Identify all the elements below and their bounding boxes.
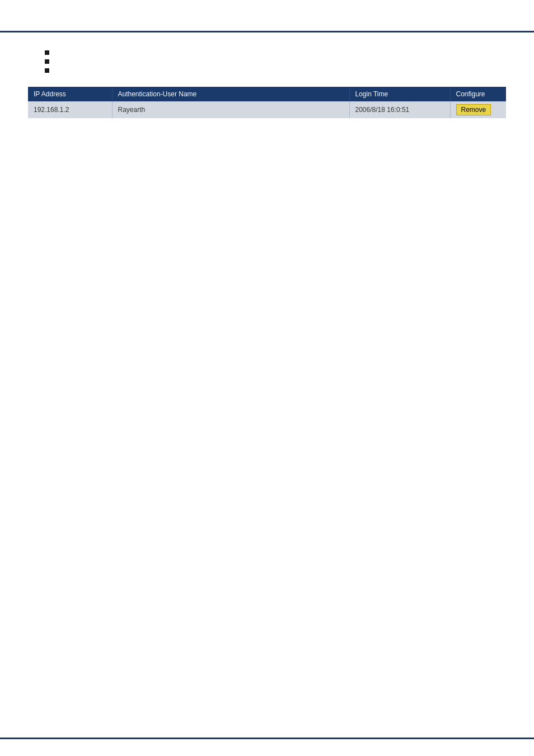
cell-ip: 192.168.1.2 — [28, 101, 112, 118]
list-item-3 — [45, 68, 506, 73]
sessions-table: IP Address Authentication-User Name Logi… — [28, 87, 506, 118]
cell-auth-user: Rayearth — [112, 101, 349, 118]
bullet-icon-2 — [45, 59, 49, 64]
content-area: IP Address Authentication-User Name Logi… — [0, 0, 534, 152]
col-header-configure: Configure — [450, 87, 506, 101]
bottom-border — [0, 738, 534, 739]
col-header-ip: IP Address — [28, 87, 112, 101]
table-row: 192.168.1.2 Rayearth 2006/8/18 16:0:51 R… — [28, 101, 506, 118]
table-header-row: IP Address Authentication-User Name Logi… — [28, 87, 506, 101]
bullet-icon-3 — [45, 68, 49, 73]
bullet-list — [45, 50, 506, 73]
cell-configure: Remove — [450, 101, 506, 118]
cell-login-time: 2006/8/18 16:0:51 — [349, 101, 450, 118]
list-item-1 — [45, 50, 506, 55]
col-header-login: Login Time — [349, 87, 450, 101]
col-header-auth: Authentication-User Name — [112, 87, 349, 101]
bullet-icon-1 — [45, 50, 49, 55]
remove-button[interactable]: Remove — [456, 104, 491, 115]
list-item-2 — [45, 59, 506, 64]
top-border — [0, 31, 534, 32]
